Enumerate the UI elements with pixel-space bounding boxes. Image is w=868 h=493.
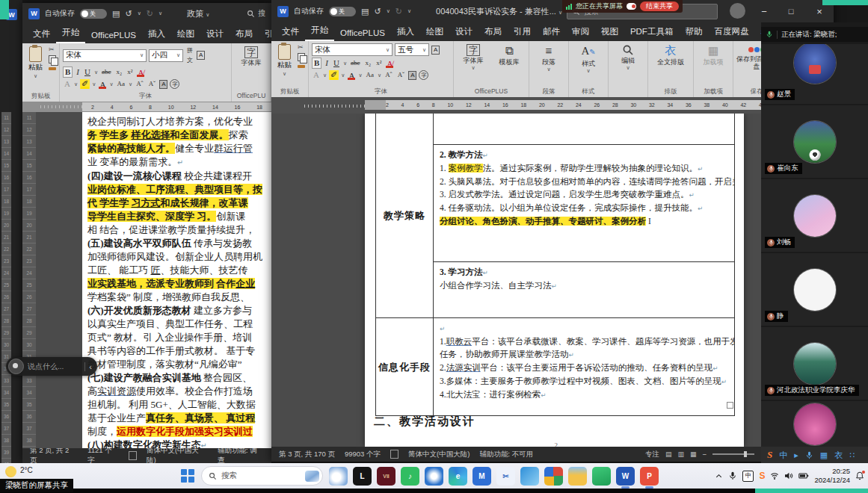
web-layout-icon[interactable]: ▦ xyxy=(690,450,697,458)
ribbon-tab-视图[interactable]: 视图 xyxy=(595,23,624,41)
char-shading-icon[interactable]: A xyxy=(408,71,416,80)
annotate-icon[interactable]: 中 xyxy=(779,451,787,459)
center-document-page[interactable]: 教学策略2. 教学方法↵1. 案例教学法。通过实际案例，帮助学生理解较为抽象的理… xyxy=(365,114,744,447)
proofing-icon[interactable] xyxy=(129,451,137,460)
superscript-button[interactable]: x² xyxy=(375,58,383,68)
change-case-button[interactable]: Aa xyxy=(365,70,376,80)
end-share-button[interactable]: 结束共享 xyxy=(640,1,679,11)
start-button[interactable] xyxy=(179,468,195,484)
italic-button[interactable]: I xyxy=(75,67,81,77)
format-painter-icon[interactable] xyxy=(298,65,305,68)
bold-button[interactable]: B xyxy=(312,58,321,69)
cut-icon[interactable]: ✂ xyxy=(298,44,305,51)
wifi-icon[interactable] xyxy=(770,471,779,480)
ribbon-tab-开始[interactable]: 开始 xyxy=(305,22,334,41)
word-count[interactable]: 99903 个字 xyxy=(345,450,381,459)
autosave-toggle[interactable]: 关 xyxy=(329,7,356,16)
s-app-tray-icon[interactable]: S xyxy=(759,471,765,480)
text-effects-icon[interactable]: A xyxy=(63,79,72,89)
participant-tile[interactable] xyxy=(761,401,868,447)
highlight-color-button[interactable]: ✐ xyxy=(80,79,90,89)
subscript-button[interactable]: x₂ xyxy=(364,58,373,68)
accessibility-status[interactable]: 辅助功能: 不可用 xyxy=(479,450,533,459)
copy-icon[interactable] xyxy=(49,55,56,63)
print-layout-icon[interactable]: ▥ xyxy=(677,450,684,458)
phonetic-guide-icon[interactable]: 拼文 xyxy=(185,46,194,65)
subscript-button[interactable]: x₂ xyxy=(115,67,124,77)
participant-tile[interactable]: 河北政法职业学院李庆华 xyxy=(761,327,868,400)
table-cell[interactable]: ↵1.职教云平台：该平台承载微课、教案、学习课件、题库等学习资源，也用于发布学习… xyxy=(434,318,734,415)
ribbon-tab-文件[interactable]: 文件 xyxy=(27,25,56,43)
taskbar-app-pinwheel-app[interactable] xyxy=(544,467,563,486)
maximize-button[interactable]: □ xyxy=(778,0,804,22)
taskbar-app-l-app[interactable]: L xyxy=(353,467,372,486)
ribbon-tab-百度网盘[interactable]: 百度网盘 xyxy=(708,23,754,41)
input-method-icon[interactable]: 中 xyxy=(742,471,754,482)
table-cell[interactable]: 2. 教学方法↵1. 案例教学法。通过实际案例，帮助学生理解较为抽象的理论知识。… xyxy=(434,145,734,262)
char-border-icon[interactable]: A xyxy=(197,51,205,60)
language-indicator[interactable]: 简体中文(中国大陆) xyxy=(408,450,470,459)
grow-font-icon[interactable]: Aˆ xyxy=(135,79,145,89)
ribbon-tab-审阅[interactable]: 审阅 xyxy=(566,23,595,41)
taskbar-app-feather-app[interactable] xyxy=(520,467,539,486)
undo-icon[interactable]: ↺ xyxy=(125,10,132,18)
ribbon-tab-布局[interactable]: 布局 xyxy=(478,23,508,41)
char-shading-icon[interactable]: A xyxy=(159,80,167,89)
cut-icon[interactable]: ✂ xyxy=(49,46,56,53)
ribbon-options-icon[interactable]: ∨ xyxy=(407,8,411,14)
ribbon-tab-邮件[interactable]: 邮件 xyxy=(537,23,566,41)
left-horizontal-ruler[interactable]: 24681012141618 xyxy=(22,102,271,112)
ribbon-tab-插入[interactable]: 插入 xyxy=(142,25,171,43)
save-icon[interactable]: ▤ xyxy=(112,10,120,18)
template-library-button[interactable]: ⧉ 模板库 xyxy=(493,43,526,66)
taskbar-app-word[interactable]: W xyxy=(616,467,635,486)
zoom-slider[interactable] xyxy=(712,453,754,455)
underline-button[interactable]: U xyxy=(83,67,92,77)
italic-button[interactable]: I xyxy=(324,58,330,68)
clear-format-icon[interactable]: A̸ xyxy=(136,68,145,77)
grow-font-icon[interactable]: Aˆ xyxy=(384,70,394,80)
ribbon-tab-引用[interactable]: 引用 xyxy=(259,25,271,43)
minimize-button[interactable]: − xyxy=(751,0,777,22)
paste-button[interactable]: 粘贴∨ xyxy=(274,43,295,78)
enclose-char-icon[interactable]: 字 xyxy=(170,79,179,89)
strikethrough-button[interactable]: abc xyxy=(100,67,113,77)
taskbar-app-m-app[interactable]: M xyxy=(473,467,491,486)
ribbon-tab-OfficePLUS[interactable]: OfficePLUS xyxy=(334,25,391,41)
ribbon-tab-PDF工具箱[interactable]: PDF工具箱 xyxy=(624,23,680,41)
ribbon-tab-设计[interactable]: 设计 xyxy=(200,25,230,43)
undo-icon[interactable]: ↺ xyxy=(374,7,381,16)
taskbar-app-screen-share-app[interactable] xyxy=(592,467,611,486)
participant-tile[interactable]: 静 xyxy=(761,253,868,326)
enclose-char-icon[interactable]: 字 xyxy=(419,70,428,80)
ribbon-tab-OfficePLUS[interactable]: OfficePLUS xyxy=(85,28,142,43)
ribbon-tab-开始[interactable]: 开始 xyxy=(56,24,85,43)
ribbon-tab-插入[interactable]: 插入 xyxy=(391,23,420,41)
user-avatar[interactable] xyxy=(730,3,745,19)
beauty-icon[interactable]: 衣 xyxy=(834,451,843,459)
collapse-chevron-icon[interactable]: ‹ xyxy=(89,362,92,371)
focus-mode[interactable]: 专注 xyxy=(645,450,659,459)
taskbar-app-pdf-app[interactable]: P xyxy=(640,467,659,486)
taskbar-app-round-app[interactable] xyxy=(425,467,443,486)
font-name-select[interactable]: 宋体∨ xyxy=(63,49,147,62)
vertical-ruler[interactable]: 1112131415161718192021222324252627282930… xyxy=(22,112,36,448)
taskbar-app-snip-tool[interactable]: ✂ xyxy=(496,467,515,486)
ribbon-tab-绘图[interactable]: 绘图 xyxy=(171,25,200,43)
table-cell[interactable]: 3. 学习方法↵小组合作学习法、自主学习法↵ xyxy=(434,262,734,317)
center-horizontal-ruler[interactable]: 2468101214161820222426283032343638404244 xyxy=(271,97,834,114)
battery-icon[interactable] xyxy=(798,471,809,480)
taskbar-search[interactable]: 搜索 xyxy=(201,466,323,486)
change-case-button[interactable]: Aa xyxy=(116,79,127,89)
save-icon[interactable]: ▤ xyxy=(361,7,369,16)
autosave-toggle[interactable]: 关 xyxy=(80,9,107,19)
weather-widget[interactable]: 2°C xyxy=(5,466,33,477)
strikethrough-button[interactable]: abc xyxy=(349,58,362,68)
notification-bell-icon[interactable] xyxy=(855,471,864,480)
whiteboard-icon[interactable]: ▦ xyxy=(820,451,828,459)
word-count[interactable]: 1121 个字 xyxy=(87,448,119,463)
ribbon-tab-设计[interactable]: 设计 xyxy=(449,23,478,41)
background-window[interactable]: W 11121314151617181920212223242526272829… xyxy=(0,0,22,463)
font-library-button[interactable]: 字 字体库 xyxy=(235,46,268,66)
ribbon-tab-帮助[interactable]: 帮助 xyxy=(679,23,708,41)
